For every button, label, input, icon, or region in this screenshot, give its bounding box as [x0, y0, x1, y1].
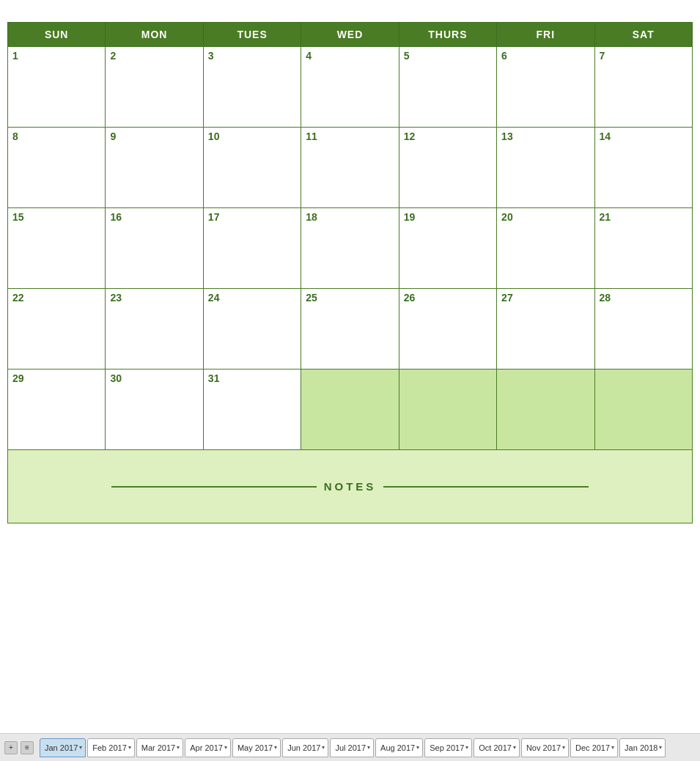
- calendar-cell[interactable]: 9: [106, 128, 203, 208]
- calendar-cell[interactable]: 2: [106, 47, 203, 128]
- calendar-cell[interactable]: 10: [203, 128, 301, 208]
- calendar-cell[interactable]: [497, 370, 594, 450]
- tab-controls: + ≡: [4, 741, 34, 754]
- tab-apr-2017[interactable]: Apr 2017▾: [185, 738, 231, 757]
- tab-chevron-icon: ▾: [79, 744, 82, 751]
- tab-chevron-icon: ▾: [322, 744, 325, 751]
- calendar-title: [7, 7, 693, 22]
- tab-chevron-icon: ▾: [274, 744, 277, 751]
- weekday-header-row: SUNMONTUESWEDTHURSFRISAT: [8, 23, 693, 47]
- tab-jan-2018[interactable]: Jan 2018▾: [619, 738, 666, 757]
- calendar-cell[interactable]: 14: [594, 128, 692, 208]
- tab-chevron-icon: ▾: [562, 744, 565, 751]
- week-row-4: 22232425262728: [8, 289, 693, 370]
- calendar-container: SUNMONTUESWEDTHURSFRISAT 123456789101112…: [0, 0, 700, 733]
- calendar-cell[interactable]: 8: [8, 128, 106, 208]
- calendar-cell[interactable]: 18: [301, 208, 399, 289]
- calendar-cell[interactable]: 23: [106, 289, 203, 370]
- calendar-cell[interactable]: 6: [497, 47, 594, 128]
- calendar-cell[interactable]: 12: [399, 128, 496, 208]
- tab-may-2017[interactable]: May 2017▾: [232, 738, 281, 757]
- calendar-cell[interactable]: 16: [106, 208, 203, 289]
- tab-sep-2017[interactable]: Sep 2017▾: [424, 738, 472, 757]
- add-sheet-button[interactable]: +: [4, 741, 18, 754]
- calendar-cell[interactable]: 28: [594, 289, 692, 370]
- calendar-cell[interactable]: 17: [203, 208, 301, 289]
- weekday-header-tues: TUES: [203, 23, 301, 47]
- calendar-cell[interactable]: 4: [301, 47, 399, 128]
- calendar-cell[interactable]: [399, 370, 496, 450]
- tab-aug-2017[interactable]: Aug 2017▾: [375, 738, 423, 757]
- calendar-cell[interactable]: 27: [497, 289, 594, 370]
- tab-jul-2017[interactable]: Jul 2017▾: [330, 738, 374, 757]
- week-row-1: 1234567: [8, 47, 693, 128]
- weekday-header-sun: SUN: [8, 23, 106, 47]
- notes-right-line: [383, 486, 589, 488]
- tab-chevron-icon: ▾: [177, 744, 180, 751]
- calendar-cell[interactable]: [594, 370, 692, 450]
- calendar-cell[interactable]: 20: [497, 208, 594, 289]
- sheets-menu-button[interactable]: ≡: [21, 741, 34, 754]
- tab-jun-2017[interactable]: Jun 2017▾: [282, 738, 328, 757]
- weekday-header-wed: WED: [301, 23, 399, 47]
- calendar-cell[interactable]: 26: [399, 289, 496, 370]
- calendar-cell[interactable]: 13: [497, 128, 594, 208]
- week-row-2: 891011121314: [8, 128, 693, 208]
- tab-chevron-icon: ▾: [367, 744, 370, 751]
- tab-feb-2017[interactable]: Feb 2017▾: [87, 738, 134, 757]
- week-row-3: 15161718192021: [8, 208, 693, 289]
- weekday-header-fri: FRI: [497, 23, 594, 47]
- tab-chevron-icon: ▾: [659, 744, 662, 751]
- calendar-cell[interactable]: 21: [594, 208, 692, 289]
- tab-chevron-icon: ▾: [611, 744, 614, 751]
- tab-chevron-icon: ▾: [416, 744, 419, 751]
- tab-chevron-icon: ▾: [128, 744, 131, 751]
- tab-jan-2017[interactable]: Jan 2017▾: [40, 738, 86, 757]
- tab-chevron-icon: ▾: [465, 744, 468, 751]
- calendar-cell[interactable]: 11: [301, 128, 399, 208]
- notes-row: NOTES: [8, 450, 693, 523]
- calendar-cell[interactable]: 19: [399, 208, 496, 289]
- calendar-cell[interactable]: 25: [301, 289, 399, 370]
- calendar-cell[interactable]: 31: [203, 370, 301, 450]
- notes-left-line: [111, 486, 317, 488]
- calendar-cell[interactable]: 29: [8, 370, 106, 450]
- calendar-cell[interactable]: 7: [594, 47, 692, 128]
- tab-oct-2017[interactable]: Oct 2017▾: [474, 738, 520, 757]
- calendar-cell[interactable]: 5: [399, 47, 496, 128]
- weekday-header-mon: MON: [106, 23, 203, 47]
- calendar-cell[interactable]: 15: [8, 208, 106, 289]
- calendar-cell[interactable]: [301, 370, 399, 450]
- bottom-tab-bar: + ≡ Jan 2017▾Feb 2017▾Mar 2017▾Apr 2017▾…: [0, 733, 700, 761]
- calendar-cell[interactable]: 22: [8, 289, 106, 370]
- tab-dec-2017[interactable]: Dec 2017▾: [570, 738, 618, 757]
- tab-chevron-icon: ▾: [513, 744, 516, 751]
- calendar-cell[interactable]: 1: [8, 47, 106, 128]
- calendar-cell[interactable]: 30: [106, 370, 203, 450]
- week-row-5: 293031: [8, 370, 693, 450]
- tab-chevron-icon: ▾: [224, 744, 227, 751]
- weekday-header-thurs: THURS: [399, 23, 496, 47]
- calendar-cell[interactable]: 24: [203, 289, 301, 370]
- weekday-header-sat: SAT: [594, 23, 692, 47]
- tab-mar-2017[interactable]: Mar 2017▾: [136, 738, 183, 757]
- calendar-cell[interactable]: 3: [203, 47, 301, 128]
- calendar-grid: SUNMONTUESWEDTHURSFRISAT 123456789101112…: [7, 22, 693, 523]
- notes-label: NOTES: [324, 480, 377, 493]
- notes-cell[interactable]: NOTES: [8, 450, 693, 523]
- tab-nov-2017[interactable]: Nov 2017▾: [521, 738, 569, 757]
